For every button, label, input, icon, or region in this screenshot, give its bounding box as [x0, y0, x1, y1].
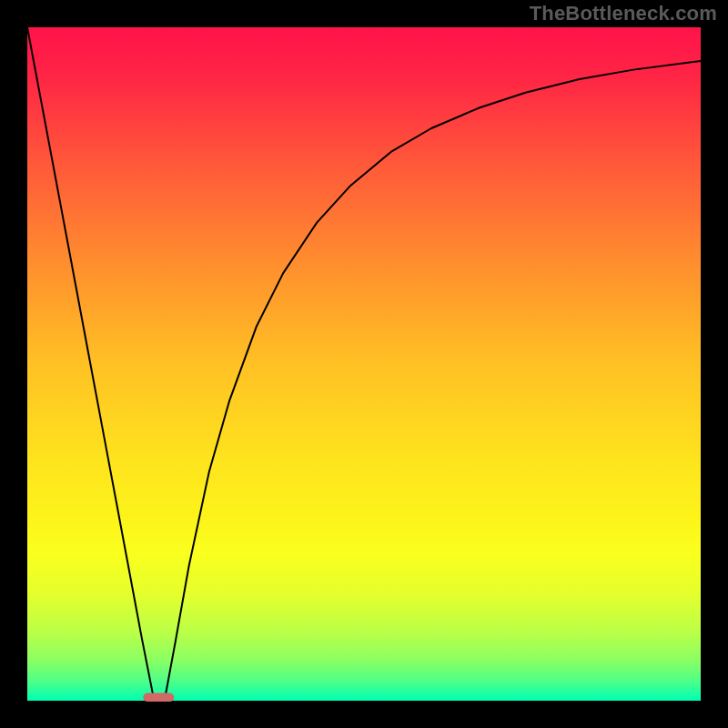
- chart-frame: TheBottleneck.com: [0, 0, 728, 728]
- plot-background: [27, 27, 701, 701]
- optimum-marker: [143, 693, 174, 702]
- bottleneck-chart: [0, 0, 728, 728]
- watermark-text: TheBottleneck.com: [530, 2, 717, 25]
